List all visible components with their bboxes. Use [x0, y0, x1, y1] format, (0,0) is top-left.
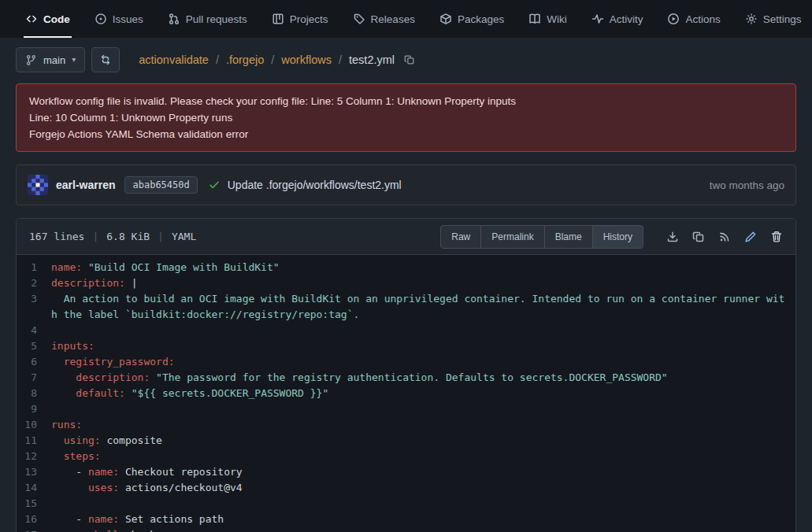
- tab-issues[interactable]: Issues: [93, 0, 145, 38]
- breadcrumb: actionvalidate / .forgejo / workflows / …: [139, 54, 415, 66]
- line-content: - name: Checkout repository: [51, 464, 795, 480]
- pencil-icon: [744, 231, 757, 243]
- line-number[interactable]: 16: [17, 512, 51, 527]
- package-icon: [439, 13, 452, 25]
- tab-label: Settings: [763, 13, 802, 25]
- code-line: 13 - name: Checkout repository: [17, 464, 795, 480]
- compare-button[interactable]: [91, 47, 120, 72]
- breadcrumb-dir-link[interactable]: workflows: [281, 54, 332, 66]
- line-content: description: "The password for the regis…: [51, 370, 795, 386]
- file-toolbar: main ▾ actionvalidate / .forgejo / workf…: [16, 47, 796, 72]
- download-icon: [666, 231, 679, 243]
- error-line: Forgejo Actions YAML Schema validation e…: [29, 126, 783, 142]
- line-number[interactable]: 8: [17, 386, 51, 401]
- line-number[interactable]: 11: [17, 433, 51, 449]
- code-line: 4: [17, 323, 795, 338]
- commit-sha-badge[interactable]: abab65450d: [124, 176, 197, 194]
- line-number[interactable]: 5: [17, 338, 51, 354]
- line-content: inputs:: [51, 338, 795, 354]
- line-number[interactable]: 6: [17, 354, 51, 370]
- tab-label: Packages: [458, 13, 504, 25]
- copy-icon: [404, 54, 415, 65]
- avatar[interactable]: [28, 175, 48, 195]
- line-number[interactable]: 7: [17, 370, 51, 386]
- breadcrumb-separator: /: [271, 54, 274, 66]
- code-line: 9: [17, 401, 795, 417]
- code-line: 2description: |: [17, 275, 795, 291]
- edit-file-button[interactable]: [741, 227, 760, 246]
- file-size: 6.8 KiB: [106, 231, 150, 242]
- code-line: 17 shell: bash: [17, 527, 795, 532]
- commit-author[interactable]: earl-warren: [56, 179, 115, 191]
- top-nav: Code Issues Pull requests Projects Relea…: [0, 0, 812, 38]
- code-line: 7 description: "The password for the reg…: [17, 370, 795, 386]
- line-number[interactable]: 14: [17, 480, 51, 496]
- line-number[interactable]: 17: [17, 527, 51, 532]
- line-number[interactable]: 9: [17, 401, 51, 417]
- tab-label: Pull requests: [186, 13, 247, 25]
- line-content: default: "${{ secrets.DOCKER_PASSWORD }}…: [51, 386, 795, 401]
- code-line: 5inputs:: [17, 338, 795, 354]
- line-number[interactable]: 4: [17, 323, 51, 338]
- issue-icon: [95, 13, 107, 25]
- line-content: [51, 496, 795, 512]
- line-number[interactable]: 10: [17, 417, 51, 433]
- tab-settings[interactable]: Settings: [743, 0, 803, 38]
- pull-request-icon: [168, 13, 180, 25]
- permalink-button[interactable]: Permalink: [480, 225, 544, 249]
- code-line: 15: [17, 496, 795, 512]
- code-view: 1name: "Build OCI Image with BuildKit"2d…: [17, 255, 795, 532]
- tag-icon: [353, 13, 365, 25]
- tab-packages[interactable]: Packages: [438, 0, 506, 38]
- code-line: 8 default: "${{ secrets.DOCKER_PASSWORD …: [17, 386, 795, 401]
- line-content: - name: Set actions path: [51, 512, 795, 527]
- raw-button[interactable]: Raw: [440, 225, 481, 249]
- tab-code[interactable]: Code: [24, 0, 72, 38]
- line-content: description: |: [51, 275, 795, 291]
- blame-button[interactable]: Blame: [544, 225, 593, 249]
- line-content: [51, 401, 795, 417]
- tab-wiki[interactable]: Wiki: [527, 0, 569, 38]
- tab-releases[interactable]: Releases: [351, 0, 417, 38]
- tab-activity[interactable]: Activity: [590, 0, 645, 38]
- breadcrumb-dir-link[interactable]: .forgejo: [226, 54, 264, 66]
- copy-icon: [692, 231, 705, 243]
- code-line: 1name: "Build OCI Image with BuildKit": [17, 260, 795, 275]
- line-number[interactable]: 15: [17, 496, 51, 512]
- copy-content-button[interactable]: [689, 227, 708, 246]
- tab-label: Projects: [290, 13, 328, 25]
- tab-actions[interactable]: Actions: [666, 0, 721, 38]
- tab-label: Releases: [371, 13, 415, 25]
- branch-selector[interactable]: main ▾: [16, 47, 85, 72]
- code-line: 11 using: composite: [17, 433, 795, 449]
- code-line: 16 - name: Set actions path: [17, 512, 795, 527]
- breadcrumb-separator: /: [339, 54, 342, 66]
- tab-projects[interactable]: Projects: [270, 0, 330, 38]
- line-number[interactable]: 13: [17, 464, 51, 480]
- download-button[interactable]: [663, 227, 682, 246]
- tab-label: Code: [43, 13, 70, 25]
- breadcrumb-repo-link[interactable]: actionvalidate: [139, 54, 209, 66]
- branch-name: main: [43, 54, 65, 66]
- file-actions: Raw Permalink Blame History: [440, 225, 786, 249]
- line-content: registry_password:: [51, 354, 795, 370]
- line-number[interactable]: 2: [17, 275, 51, 291]
- line-number[interactable]: 3: [17, 291, 51, 323]
- code-line: 3 An action to build an OCI image with B…: [17, 291, 795, 323]
- commit-message[interactable]: Update .forgejo/workflows/test2.yml: [228, 179, 402, 191]
- tab-label: Issues: [113, 13, 143, 25]
- delete-file-button[interactable]: [767, 227, 786, 246]
- line-content: runs:: [51, 417, 795, 433]
- copy-path-button[interactable]: [404, 54, 415, 65]
- tab-pull-requests[interactable]: Pull requests: [166, 0, 249, 38]
- commit-status-check-icon[interactable]: [209, 179, 220, 190]
- line-number[interactable]: 1: [17, 260, 51, 275]
- view-mode-buttons: Raw Permalink Blame History: [440, 225, 643, 249]
- commit-time: two months ago: [710, 179, 784, 191]
- projects-icon: [272, 13, 284, 25]
- line-content: shell: bash: [51, 527, 795, 532]
- rss-feed-button[interactable]: [715, 227, 734, 246]
- code-line: 6 registry_password:: [17, 354, 795, 370]
- history-button[interactable]: History: [592, 225, 643, 249]
- line-number[interactable]: 12: [17, 449, 51, 464]
